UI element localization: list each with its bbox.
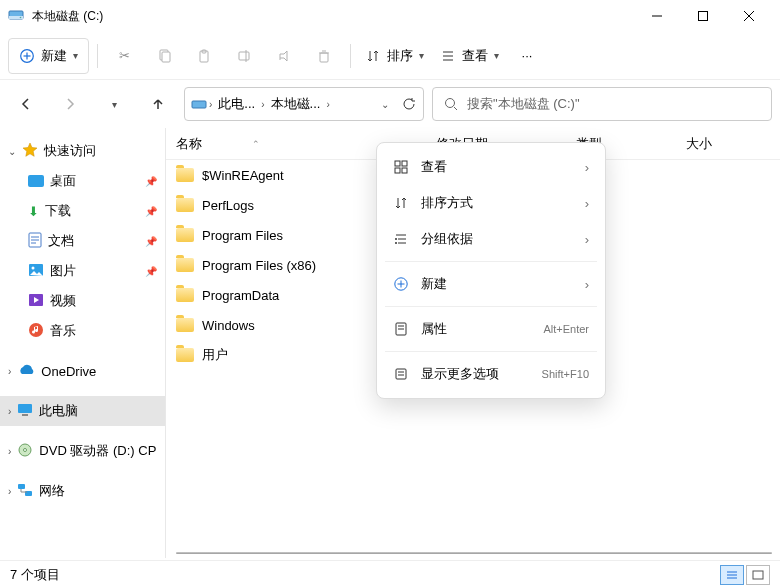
svg-point-2	[20, 16, 22, 18]
recent-button[interactable]: ▾	[96, 86, 132, 122]
cut-icon: ✂	[116, 48, 132, 64]
divider	[350, 44, 351, 68]
ctx-more-options[interactable]: 显示更多选项 Shift+F10	[383, 356, 599, 392]
desktop-icon	[28, 175, 44, 187]
folder-icon	[176, 258, 194, 272]
chevron-right-icon: ›	[585, 196, 589, 211]
col-size[interactable]: 大小	[676, 135, 722, 153]
sort-button[interactable]: 排序 ▾	[359, 38, 430, 74]
delete-button[interactable]	[306, 38, 342, 74]
sidebar-videos[interactable]: 视频	[0, 286, 165, 316]
drive-icon	[8, 7, 24, 26]
copy-icon	[156, 48, 172, 64]
thumbnail-view-button[interactable]	[746, 565, 770, 585]
sidebar: ⌄ 快速访问 桌面📌 ⬇下载📌 文档📌 图片📌 视频 音乐 ›OneDrive …	[0, 128, 166, 558]
content-area: ⌄ 快速访问 桌面📌 ⬇下载📌 文档📌 图片📌 视频 音乐 ›OneDrive …	[0, 128, 780, 558]
svg-rect-42	[402, 168, 407, 173]
shortcut-label: Alt+Enter	[543, 323, 589, 335]
svg-rect-37	[18, 484, 25, 489]
up-button[interactable]	[140, 86, 176, 122]
ctx-sort[interactable]: 排序方式 ›	[383, 185, 599, 221]
sort-icon	[393, 195, 409, 211]
chevron-right-icon: ›	[8, 366, 11, 377]
sidebar-onedrive[interactable]: ›OneDrive	[0, 356, 165, 386]
chevron-right-icon[interactable]: ›	[261, 99, 264, 110]
folder-icon	[176, 228, 194, 242]
view-button[interactable]: 查看 ▾	[434, 38, 505, 74]
network-icon	[17, 483, 33, 500]
sidebar-music[interactable]: 音乐	[0, 316, 165, 346]
sidebar-pictures[interactable]: 图片📌	[0, 256, 165, 286]
file-name: Program Files	[202, 228, 283, 243]
ctx-new[interactable]: 新建 ›	[383, 266, 599, 302]
more-button[interactable]: ···	[509, 38, 545, 74]
maximize-button[interactable]	[680, 0, 726, 32]
history-dropdown[interactable]: ⌄	[381, 99, 389, 110]
forward-button[interactable]	[52, 86, 88, 122]
divider	[97, 44, 98, 68]
folder-icon	[176, 288, 194, 302]
search-icon	[443, 96, 459, 112]
sidebar-documents[interactable]: 文档📌	[0, 226, 165, 256]
refresh-button[interactable]	[401, 96, 417, 112]
titlebar: 本地磁盘 (C:)	[0, 0, 780, 32]
path-box[interactable]: › 此电... › 本地磁... › ⌄	[184, 87, 424, 121]
disc-icon	[17, 442, 33, 461]
rename-icon	[236, 48, 252, 64]
sidebar-desktop[interactable]: 桌面📌	[0, 166, 165, 196]
sidebar-downloads[interactable]: ⬇下载📌	[0, 196, 165, 226]
breadcrumb-seg[interactable]: 本地磁...	[267, 93, 325, 115]
svg-rect-41	[395, 168, 400, 173]
breadcrumb-seg[interactable]: 此电...	[214, 93, 259, 115]
sort-icon	[365, 48, 381, 64]
share-button[interactable]	[266, 38, 302, 74]
chevron-down-icon: ▾	[73, 50, 78, 61]
address-bar: ▾ › 此电... › 本地磁... › ⌄ 搜索"本地磁盘 (C:)"	[0, 80, 780, 128]
chevron-right-icon[interactable]: ›	[326, 99, 329, 110]
sidebar-dvd[interactable]: ›DVD 驱动器 (D:) CP	[0, 436, 165, 466]
svg-rect-39	[395, 161, 400, 166]
rename-button[interactable]	[226, 38, 262, 74]
file-name: $WinREAgent	[202, 168, 284, 183]
new-button[interactable]: 新建 ▾	[8, 38, 89, 74]
chevron-right-icon: ›	[585, 160, 589, 175]
folder-icon	[176, 348, 194, 362]
copy-button[interactable]	[146, 38, 182, 74]
sidebar-this-pc[interactable]: ›此电脑	[0, 396, 165, 426]
ctx-view[interactable]: 查看 ›	[383, 149, 599, 185]
back-button[interactable]	[8, 86, 44, 122]
document-icon	[28, 232, 42, 251]
ctx-label: 属性	[421, 320, 447, 338]
pin-icon: 📌	[145, 206, 157, 217]
pictures-icon	[28, 263, 44, 280]
sidebar-item-label: 网络	[39, 482, 65, 500]
ctx-properties[interactable]: 属性 Alt+Enter	[383, 311, 599, 347]
status-text: 7 个项目	[10, 566, 60, 584]
close-button[interactable]	[726, 0, 772, 32]
svg-rect-34	[22, 414, 28, 416]
file-name: Windows	[202, 318, 255, 333]
more-icon: ···	[522, 48, 533, 63]
view-label: 查看	[462, 47, 488, 65]
pin-icon: 📌	[145, 266, 157, 277]
search-placeholder: 搜索"本地磁盘 (C:)"	[467, 95, 580, 113]
sidebar-quick-access[interactable]: ⌄ 快速访问	[0, 136, 165, 166]
status-bar: 7 个项目	[0, 560, 780, 588]
ctx-group[interactable]: 分组依据 ›	[383, 221, 599, 257]
svg-rect-54	[396, 369, 406, 379]
chevron-right-icon[interactable]: ›	[209, 99, 212, 110]
details-view-button[interactable]	[720, 565, 744, 585]
cut-button[interactable]: ✂	[106, 38, 142, 74]
main-panel: 名称⌃ 修改日期 类型 大小 $WinREAgent PerfLogs Prog…	[166, 128, 780, 558]
sidebar-network[interactable]: ›网络	[0, 476, 165, 506]
horizontal-scrollbar[interactable]	[176, 548, 772, 558]
sidebar-item-label: 视频	[50, 292, 76, 310]
paste-button[interactable]	[186, 38, 222, 74]
more-options-icon	[393, 366, 409, 382]
minimize-button[interactable]	[634, 0, 680, 32]
svg-point-46	[395, 238, 397, 240]
search-input[interactable]: 搜索"本地磁盘 (C:)"	[432, 87, 772, 121]
svg-rect-14	[239, 52, 249, 60]
cloud-icon	[17, 364, 35, 379]
svg-point-30	[32, 266, 35, 269]
